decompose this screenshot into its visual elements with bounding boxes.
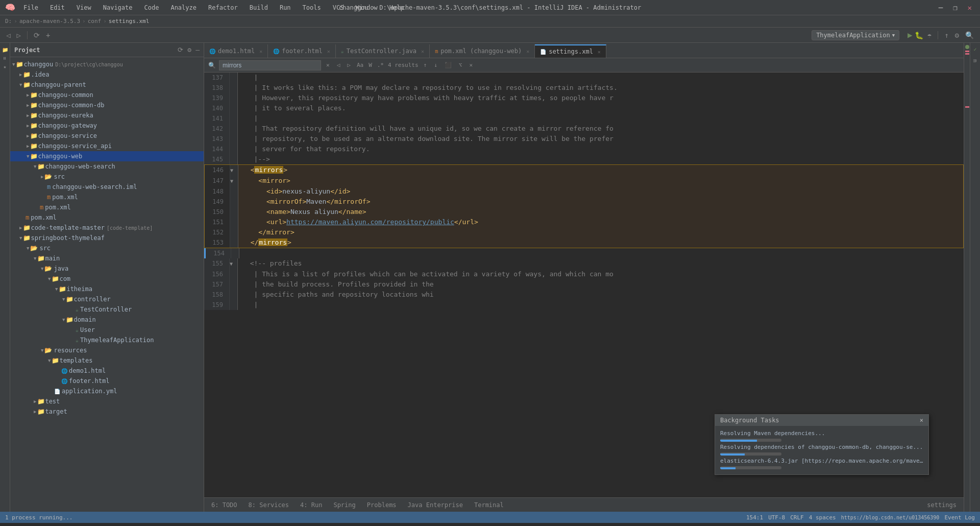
tree-item-changgou-eureka[interactable]: ▶ 📁 changgou-eureka <box>10 110 204 121</box>
tab-close[interactable]: ✕ <box>327 49 330 54</box>
search-word-btn[interactable]: W <box>369 62 372 68</box>
settings-icon[interactable]: ⚙ <box>187 46 191 54</box>
bottom-tab-spring[interactable]: Spring <box>328 500 360 510</box>
tree-item-thymeleafapp[interactable]: ☕ ThymeleafApplication <box>10 335 204 345</box>
search-close-btn[interactable]: ✕ <box>467 61 475 69</box>
maximize-button[interactable]: ❐ <box>950 4 960 12</box>
left-icon-favorites[interactable]: ★ <box>1 62 9 71</box>
tab-demo1[interactable]: 🌐 demo1.html ✕ <box>204 44 268 58</box>
tree-item-changgou-gateway[interactable]: ▶ 📁 changgou-gateway <box>10 121 204 131</box>
tab-pom[interactable]: m pom.xml (changgou-web) ✕ <box>430 44 535 58</box>
background-tasks-close-btn[interactable]: × <box>920 417 923 424</box>
tree-item-domain[interactable]: ▼ 📁 domain <box>10 315 204 325</box>
tree-item-springboot-thymeleaf[interactable]: ▼ 📁 springboot-thymeleaf <box>10 233 204 243</box>
tree-item-code-template[interactable]: ▶ 📁 code-template-master [code-template] <box>10 223 204 233</box>
tree-item-changgou-web[interactable]: ▼ 📁 changgou-web <box>10 151 204 161</box>
tree-item-pom-web[interactable]: m pom.xml <box>10 202 204 212</box>
tree-item-target[interactable]: ▶ 📁 target <box>10 407 204 417</box>
breadcrumb-part-3[interactable]: settings.xml <box>109 18 149 25</box>
search-next-match-btn[interactable]: ▷ <box>345 61 353 69</box>
tree-item-application-yml[interactable]: 📄 application.yml <box>10 386 204 396</box>
toolbar-git-btn[interactable]: ↑ <box>942 30 950 40</box>
bottom-tab-run[interactable]: 4: Run <box>295 500 327 510</box>
bottom-tab-todo[interactable]: 6: TODO <box>206 500 242 510</box>
tree-item-com[interactable]: ▼ 📁 com <box>10 274 204 284</box>
status-encoding[interactable]: UTF-8 <box>768 514 785 521</box>
sync-icon[interactable]: ⟳ <box>178 46 183 54</box>
search-up-btn[interactable]: ↑ <box>422 61 429 69</box>
menu-refactor[interactable]: Refactor <box>206 3 240 12</box>
tree-item-iml[interactable]: m changgou-web-search.iml <box>10 182 204 192</box>
toolbar-coverage-btn[interactable]: ☂ <box>925 30 934 40</box>
tree-item-resources[interactable]: ▼ 📂 resources <box>10 345 204 355</box>
bottom-tab-terminal[interactable]: Terminal <box>469 500 509 510</box>
maven-icon[interactable]: m <box>971 58 979 64</box>
minimize-button[interactable]: ─ <box>936 4 946 12</box>
left-icon-structure[interactable]: ≡ <box>1 55 9 61</box>
tree-item-test[interactable]: ▶ 📁 test <box>10 396 204 407</box>
tab-close[interactable]: ✕ <box>598 49 601 55</box>
search-aa-btn[interactable]: Aa <box>357 62 363 68</box>
search-down-btn[interactable]: ↓ <box>432 61 439 69</box>
menu-navigate[interactable]: Navigate <box>101 3 135 12</box>
tab-close[interactable]: ✕ <box>421 49 424 54</box>
tree-item-src[interactable]: ▶ 📂 src <box>10 172 204 182</box>
menu-code[interactable]: Code <box>142 3 161 12</box>
search-clear-btn[interactable]: ✕ <box>324 61 332 69</box>
status-line-col[interactable]: 154:1 <box>746 514 763 521</box>
tree-item-user[interactable]: ☕ User <box>10 325 204 335</box>
left-icon-project[interactable]: 📁 <box>1 45 9 54</box>
tree-item-itheima[interactable]: ▼ 📁 itheima <box>10 284 204 294</box>
tree-item-pom-search[interactable]: m pom.xml <box>10 192 204 202</box>
status-line-ending[interactable]: CRLF <box>790 514 804 521</box>
toolbar-add-config-btn[interactable]: + <box>44 30 52 40</box>
fold-marker[interactable]: ▼ <box>230 261 233 267</box>
toolbar-forward-btn[interactable]: ▷ <box>14 30 22 40</box>
tree-item-changgou-service[interactable]: ▶ 📁 changgou-service <box>10 131 204 141</box>
toolbar-sync-btn[interactable]: ⟳ <box>32 30 42 40</box>
breadcrumb-part-0[interactable]: D: <box>5 18 12 25</box>
tree-item-java[interactable]: ▼ 📂 java <box>10 264 204 274</box>
menu-analyze[interactable]: Analyze <box>168 3 199 12</box>
bottom-tab-services[interactable]: 8: Services <box>243 500 294 510</box>
search-regex-btn[interactable]: .* <box>377 62 384 68</box>
menu-view[interactable]: View <box>75 3 93 12</box>
menu-file[interactable]: File <box>21 3 40 12</box>
search-expand-btn[interactable]: ⬛ <box>443 61 454 69</box>
menu-run[interactable]: Run <box>278 3 293 12</box>
tree-item-src-main[interactable]: ▼ 📂 src <box>10 243 204 253</box>
tree-item-changgou-service-api[interactable]: ▶ 📁 changgou-service_api <box>10 141 204 151</box>
status-process-count[interactable]: 1 process running... <box>5 514 72 521</box>
tree-item-pom-root[interactable]: m pom.xml <box>10 212 204 223</box>
toolbar-back-btn[interactable]: ◁ <box>4 30 12 40</box>
menu-tools[interactable]: Tools <box>301 3 323 12</box>
tree-item-templates[interactable]: ▼ 📁 templates <box>10 355 204 366</box>
tab-testcontroller[interactable]: ☕ TestController.java ✕ <box>336 44 430 58</box>
fold-marker[interactable]: ▼ <box>230 168 233 173</box>
tree-item-idea[interactable]: ▶ 📁 .idea <box>10 69 204 80</box>
bottom-tab-java-enterprise[interactable]: Java Enterprise <box>403 500 468 510</box>
toolbar-search-everywhere-btn[interactable]: 🔍 <box>963 30 976 40</box>
run-button[interactable]: ▶ <box>908 30 913 40</box>
toolbar-settings-btn[interactable]: ⚙ <box>953 30 961 40</box>
tree-item-changgou-web-search[interactable]: ▼ 📁 changgou-web-search <box>10 161 204 172</box>
search-align-btn[interactable]: ⌥ <box>457 61 464 69</box>
debug-button[interactable]: 🐛 <box>915 31 923 39</box>
tree-item-changgou[interactable]: ▼ 📁 changgou D:\project\cg\changgou <box>10 59 204 69</box>
tree-item-testcontroller[interactable]: ☕ TestController <box>10 304 204 315</box>
tree-item-changgou-parent[interactable]: ▼ 📁 changgou-parent <box>10 80 204 90</box>
run-config-selector[interactable]: ThymeleafApplication ▼ <box>812 30 899 40</box>
tab-settings[interactable]: 📄 settings.xml ✕ <box>535 44 606 58</box>
breadcrumb-part-2[interactable]: conf <box>88 18 102 25</box>
tab-close[interactable]: ✕ <box>526 49 529 54</box>
breadcrumb-part-1[interactable]: apache-maven-3.5.3 <box>19 18 80 25</box>
minimize-panel-icon[interactable]: — <box>195 46 200 54</box>
status-event-log[interactable]: Event Log <box>944 514 975 521</box>
tree-item-demo1-html[interactable]: 🌐 demo1.html <box>10 366 204 376</box>
menu-build[interactable]: Build <box>248 3 270 12</box>
tree-item-controller[interactable]: ▼ 📁 controller <box>10 294 204 304</box>
search-input[interactable] <box>219 60 321 70</box>
tree-item-footer-html[interactable]: 🌐 footer.html <box>10 376 204 386</box>
search-prev-match-btn[interactable]: ◁ <box>335 61 342 69</box>
tab-footer[interactable]: 🌐 footer.html ✕ <box>268 44 336 58</box>
